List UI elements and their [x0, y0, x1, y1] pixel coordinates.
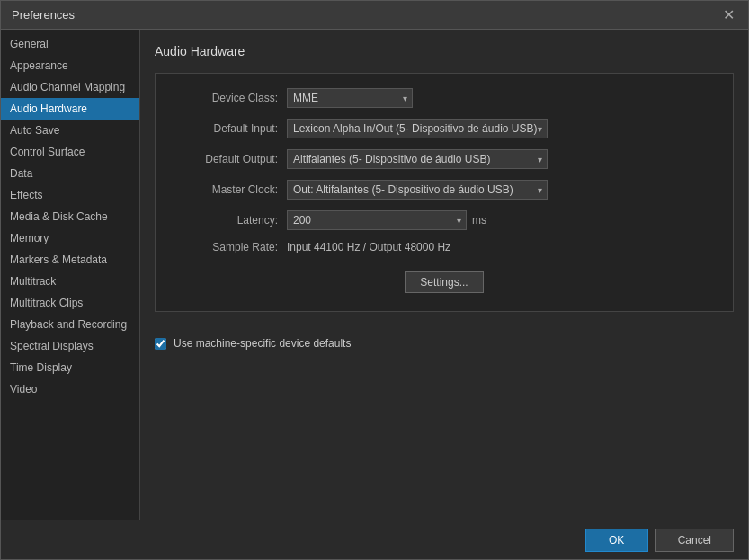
- sidebar-item-memory[interactable]: Memory: [1, 227, 139, 249]
- sidebar-item-media-disk-cache[interactable]: Media & Disk Cache: [1, 206, 139, 227]
- master-clock-row: Master Clock: Out: Altifalantes (5- Disp…: [170, 180, 718, 200]
- sidebar-item-general[interactable]: General: [1, 33, 139, 55]
- sample-rate-value: Input 44100 Hz / Output 48000 Hz: [287, 241, 450, 253]
- sidebar-item-audio-hardware[interactable]: Audio Hardware: [1, 98, 139, 120]
- sample-rate-row: Sample Rate: Input 44100 Hz / Output 480…: [170, 241, 718, 253]
- dialog-title: Preferences: [12, 8, 75, 22]
- sidebar-item-auto-save[interactable]: Auto Save: [1, 120, 139, 141]
- sidebar-item-spectral-displays[interactable]: Spectral Displays: [1, 335, 139, 357]
- sidebar-item-control-surface[interactable]: Control Surface: [1, 141, 139, 163]
- sidebar-item-multitrack[interactable]: Multitrack: [1, 271, 139, 292]
- device-class-label: Device Class:: [170, 92, 287, 104]
- settings-btn-row: Settings...: [170, 264, 718, 293]
- default-input-label: Default Input:: [170, 122, 287, 135]
- machine-specific-checkbox[interactable]: [155, 338, 166, 350]
- sidebar-item-multitrack-clips[interactable]: Multitrack Clips: [1, 292, 139, 314]
- default-output-select[interactable]: Altifalantes (5- Dispositivo de áudio US…: [287, 149, 548, 169]
- master-clock-select[interactable]: Out: Altifalantes (5- Dispositivo de áud…: [287, 180, 548, 200]
- sidebar-item-effects[interactable]: Effects: [1, 184, 139, 206]
- default-input-select-wrapper: Lexicon Alpha In/Out (5- Dispositivo de …: [287, 119, 548, 138]
- sidebar-item-appearance[interactable]: Appearance: [1, 55, 139, 76]
- sidebar-item-audio-channel-mapping[interactable]: Audio Channel Mapping: [1, 76, 139, 98]
- section-title: Audio Hardware: [155, 44, 734, 58]
- device-class-row: Device Class: MME ASIO WDM: [170, 88, 718, 108]
- device-class-select-wrapper: MME ASIO WDM: [287, 88, 413, 108]
- default-output-select-wrapper: Altifalantes (5- Dispositivo de áudio US…: [287, 149, 548, 169]
- sidebar-item-time-display[interactable]: Time Display: [1, 357, 139, 378]
- machine-specific-row: Use machine-specific device defaults: [155, 330, 734, 357]
- default-output-label: Default Output:: [170, 153, 287, 165]
- sample-rate-label: Sample Rate:: [170, 241, 287, 253]
- latency-row: Latency: 200 400 800 ms: [170, 210, 718, 230]
- latency-unit: ms: [472, 214, 486, 227]
- master-clock-select-wrapper: Out: Altifalantes (5- Dispositivo de áud…: [287, 180, 548, 200]
- cancel-button[interactable]: Cancel: [655, 529, 734, 552]
- dialog-body: General Appearance Audio Channel Mapping…: [1, 30, 748, 520]
- close-button[interactable]: ✕: [719, 6, 737, 24]
- sidebar-item-markers-metadata[interactable]: Markers & Metadata: [1, 249, 139, 271]
- sidebar-item-data[interactable]: Data: [1, 163, 139, 184]
- dialog-footer: OK Cancel: [1, 520, 748, 559]
- title-bar: Preferences ✕: [1, 1, 748, 30]
- sidebar-item-playback-recording[interactable]: Playback and Recording: [1, 314, 139, 335]
- preferences-dialog: Preferences ✕ General Appearance Audio C…: [0, 0, 749, 560]
- ok-button[interactable]: OK: [585, 529, 648, 552]
- sidebar-item-video[interactable]: Video: [1, 378, 139, 400]
- default-output-row: Default Output: Altifalantes (5- Disposi…: [170, 149, 718, 169]
- latency-select-wrapper: 200 400 800: [287, 210, 467, 230]
- device-class-select[interactable]: MME ASIO WDM: [287, 88, 413, 108]
- audio-hardware-panel: Device Class: MME ASIO WDM Default Input…: [155, 73, 734, 312]
- master-clock-label: Master Clock:: [170, 183, 287, 196]
- latency-select[interactable]: 200 400 800: [287, 210, 467, 230]
- content-area: Audio Hardware Device Class: MME ASIO WD…: [140, 30, 748, 520]
- default-input-select[interactable]: Lexicon Alpha In/Out (5- Dispositivo de …: [287, 119, 548, 138]
- sidebar: General Appearance Audio Channel Mapping…: [1, 30, 140, 520]
- machine-specific-label: Use machine-specific device defaults: [174, 337, 351, 350]
- settings-button[interactable]: Settings...: [405, 271, 483, 293]
- default-input-row: Default Input: Lexicon Alpha In/Out (5- …: [170, 119, 718, 138]
- latency-label: Latency:: [170, 214, 287, 227]
